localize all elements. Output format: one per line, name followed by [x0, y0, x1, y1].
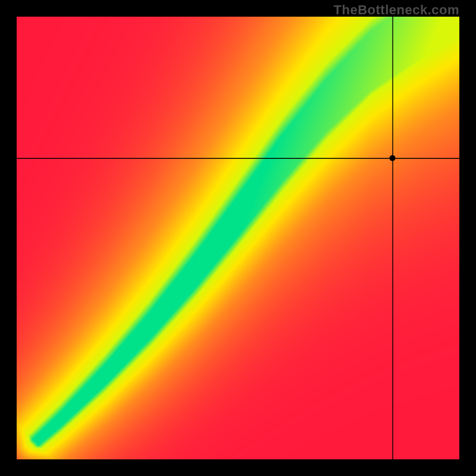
attribution-watermark: TheBottleneck.com — [334, 2, 459, 18]
crosshair-overlay — [17, 17, 459, 459]
chart-frame: TheBottleneck.com — [0, 0, 476, 476]
